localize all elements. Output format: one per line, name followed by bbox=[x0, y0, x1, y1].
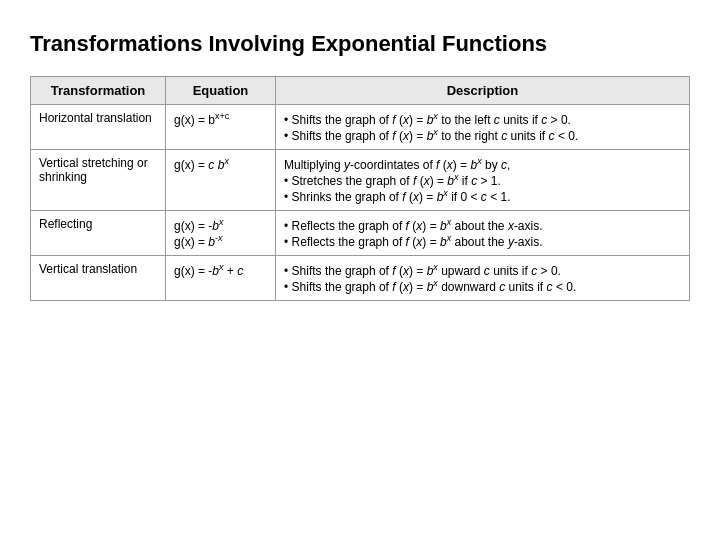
table-row-transformation-0: Horizontal translation bbox=[31, 104, 166, 149]
table-row-equation-0: g(x) = bx+c bbox=[166, 104, 276, 149]
header-description: Description bbox=[276, 76, 690, 104]
table-row-equation-3: g(x) = -bx + c bbox=[166, 255, 276, 300]
header-transformation: Transformation bbox=[31, 76, 166, 104]
transformations-table: Transformation Equation Description Hori… bbox=[30, 76, 690, 301]
table-row-description-2: • Reflects the graph of f (x) = bx about… bbox=[276, 210, 690, 255]
table-row-equation-1: g(x) = c bx bbox=[166, 149, 276, 210]
header-equation: Equation bbox=[166, 76, 276, 104]
table-row-equation-2: g(x) = -bxg(x) = b-x bbox=[166, 210, 276, 255]
page-title: Transformations Involving Exponential Fu… bbox=[30, 30, 690, 58]
table-row-transformation-1: Vertical stretching or shrinking bbox=[31, 149, 166, 210]
table-row-description-0: • Shifts the graph of f (x) = bx to the … bbox=[276, 104, 690, 149]
table-row-description-1: Multiplying y-coordintates of f (x) = bx… bbox=[276, 149, 690, 210]
table-row-description-3: • Shifts the graph of f (x) = bx upward … bbox=[276, 255, 690, 300]
table-row-transformation-2: Reflecting bbox=[31, 210, 166, 255]
table-row-transformation-3: Vertical translation bbox=[31, 255, 166, 300]
